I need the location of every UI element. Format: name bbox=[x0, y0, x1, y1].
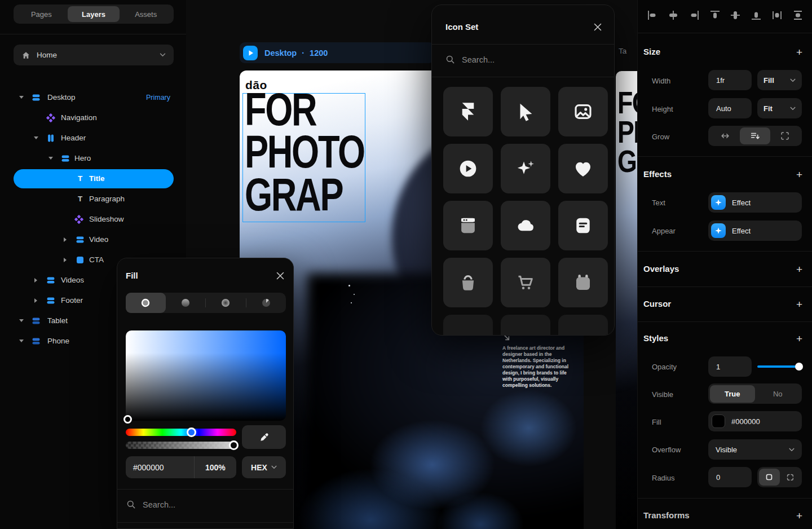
text-effect-pill[interactable]: Effect bbox=[708, 192, 802, 213]
appear-effect-pill[interactable]: Effect bbox=[708, 221, 802, 241]
color-saturation-area[interactable] bbox=[126, 330, 286, 421]
layer-row-title-selected[interactable]: T Title bbox=[0, 169, 186, 189]
align-right-icon[interactable] bbox=[688, 9, 700, 21]
width-input[interactable]: 1fr bbox=[708, 70, 752, 90]
text-icon: T bbox=[76, 195, 85, 204]
radius-input[interactable]: 0 bbox=[708, 467, 752, 487]
tablet-frame[interactable]: FO PH GR bbox=[616, 71, 637, 529]
add-overlay-icon[interactable]: + bbox=[796, 264, 802, 275]
caret-down-icon[interactable] bbox=[19, 96, 24, 99]
fill-mode-radial-gradient[interactable] bbox=[206, 293, 246, 313]
layer-row-header[interactable]: Header bbox=[0, 128, 186, 148]
add-transform-icon[interactable]: + bbox=[796, 510, 802, 521]
preview-play-icon[interactable] bbox=[243, 46, 258, 60]
width-mode-dropdown[interactable]: Fill bbox=[757, 70, 802, 90]
grow-horizontal-option[interactable] bbox=[710, 127, 740, 144]
chevron-down-icon bbox=[271, 465, 277, 469]
hue-thumb[interactable] bbox=[187, 427, 196, 437]
grow-expand-option[interactable] bbox=[770, 127, 800, 144]
add-effect-icon[interactable]: + bbox=[796, 169, 802, 180]
caret-right-icon[interactable] bbox=[34, 278, 37, 283]
caret-right-icon[interactable] bbox=[34, 298, 37, 303]
align-center-horizontal-icon[interactable] bbox=[667, 9, 679, 21]
height-mode-dropdown[interactable]: Fit bbox=[757, 98, 802, 118]
hex-value-input[interactable]: #000000 bbox=[126, 463, 194, 472]
frame-label-bar[interactable]: Desktop · 1200 bbox=[240, 42, 434, 63]
eyedropper-button[interactable] bbox=[242, 425, 286, 449]
icon-tile-hidden-1[interactable] bbox=[443, 315, 493, 336]
color-format-dropdown[interactable]: HEX bbox=[242, 456, 286, 478]
opacity-input[interactable]: 1 bbox=[708, 356, 752, 377]
fill-color-pill[interactable]: #000000 bbox=[708, 411, 802, 431]
overflow-dropdown[interactable]: Visible bbox=[708, 439, 802, 460]
caret-down-icon[interactable] bbox=[19, 340, 24, 342]
radius-individual-option[interactable] bbox=[780, 469, 801, 486]
layer-row-desktop[interactable]: Desktop Primary bbox=[0, 87, 186, 108]
opacity-slider[interactable] bbox=[757, 365, 802, 368]
icon-tile-shopping-cart[interactable] bbox=[501, 258, 550, 307]
height-input[interactable]: Auto bbox=[708, 98, 752, 118]
saturation-thumb[interactable] bbox=[123, 415, 132, 424]
layer-row-hero[interactable]: Hero bbox=[0, 148, 186, 169]
close-icon[interactable] bbox=[594, 23, 602, 31]
icon-tile-sparkles[interactable] bbox=[501, 144, 550, 193]
icon-tile-image[interactable] bbox=[558, 87, 608, 136]
fill-label: Fill bbox=[652, 418, 661, 426]
fill-mode-solid[interactable] bbox=[126, 293, 166, 313]
close-icon[interactable] bbox=[276, 272, 284, 280]
align-center-vertical-icon[interactable] bbox=[729, 9, 742, 21]
alpha-slider[interactable] bbox=[126, 442, 236, 449]
icon-tile-hidden-2[interactable] bbox=[501, 315, 550, 336]
frame-name[interactable]: Desktop bbox=[264, 49, 297, 58]
icon-tile-cloud[interactable] bbox=[501, 201, 550, 250]
add-cursor-icon[interactable]: + bbox=[796, 299, 802, 310]
visible-true-option[interactable]: True bbox=[710, 385, 756, 403]
distribute-vertical-icon[interactable] bbox=[792, 9, 804, 21]
color-search-field[interactable]: Search... bbox=[126, 500, 175, 509]
icon-tile-play[interactable] bbox=[443, 144, 493, 193]
title-selection-outline[interactable]: FOR PHOTO GRAP bbox=[242, 93, 365, 222]
add-style-icon[interactable]: + bbox=[796, 333, 802, 344]
alpha-value-input[interactable]: 100% bbox=[195, 463, 236, 472]
align-top-icon[interactable] bbox=[709, 9, 721, 21]
grow-list-option-selected[interactable] bbox=[740, 127, 770, 144]
icon-tile-heart[interactable] bbox=[558, 144, 608, 193]
alpha-thumb[interactable] bbox=[229, 440, 239, 450]
icon-tile-document[interactable] bbox=[558, 201, 608, 250]
fill-mode-segmented bbox=[126, 293, 286, 313]
tablet-frame-name[interactable]: Ta bbox=[619, 47, 626, 55]
hue-slider[interactable] bbox=[126, 429, 236, 436]
icon-tile-shopping-bag[interactable] bbox=[443, 258, 493, 307]
icon-tile-calendar[interactable] bbox=[558, 258, 608, 307]
icon-tile-framer[interactable] bbox=[443, 87, 493, 136]
caret-right-icon[interactable] bbox=[64, 237, 67, 242]
caret-down-icon[interactable] bbox=[34, 136, 38, 139]
layer-row-slideshow[interactable]: Slideshow bbox=[0, 209, 186, 230]
tab-layers[interactable]: Layers bbox=[68, 6, 120, 22]
align-left-icon[interactable] bbox=[646, 9, 659, 21]
icon-tile-hidden-3[interactable] bbox=[558, 315, 608, 336]
calendar-icon bbox=[572, 272, 594, 293]
layer-row-video[interactable]: Video bbox=[0, 230, 186, 250]
icon-tile-cursor[interactable] bbox=[501, 87, 550, 136]
fill-mode-angular-gradient[interactable] bbox=[246, 293, 286, 313]
radius-uniform-option[interactable] bbox=[759, 469, 780, 486]
icon-tile-browser-window[interactable] bbox=[443, 201, 493, 250]
fill-mode-linear-gradient[interactable] bbox=[166, 293, 206, 313]
layer-row-navigation[interactable]: Navigation bbox=[0, 108, 186, 128]
add-size-icon[interactable]: + bbox=[796, 47, 802, 58]
align-bottom-icon[interactable] bbox=[750, 9, 762, 21]
caret-right-icon[interactable] bbox=[64, 258, 67, 262]
icon-search-field[interactable]: Search... bbox=[445, 55, 495, 64]
page-selector[interactable]: Home bbox=[14, 45, 174, 65]
tab-assets[interactable]: Assets bbox=[120, 6, 172, 22]
layer-row-paragraph[interactable]: T Paragraph bbox=[0, 189, 186, 209]
opacity-thumb[interactable] bbox=[795, 363, 803, 371]
visible-no-option[interactable]: No bbox=[755, 385, 801, 403]
hex-input-group: #000000 100% bbox=[126, 456, 236, 478]
tab-pages[interactable]: Pages bbox=[15, 6, 68, 22]
caret-down-icon[interactable] bbox=[19, 319, 24, 322]
fill-color-swatch[interactable] bbox=[712, 415, 725, 428]
caret-down-icon[interactable] bbox=[48, 157, 53, 160]
distribute-horizontal-icon[interactable] bbox=[771, 9, 783, 21]
